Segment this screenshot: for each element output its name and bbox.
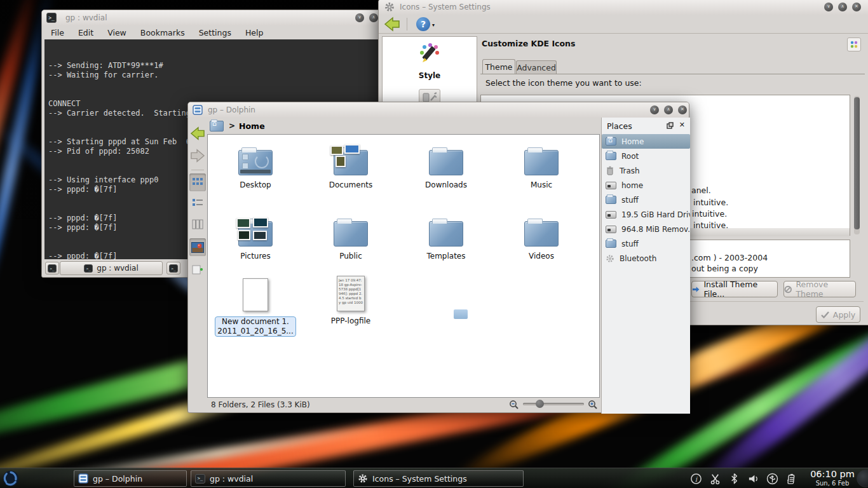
- maximize-button[interactable]: ∧: [664, 105, 673, 114]
- scrollbar[interactable]: [854, 96, 860, 234]
- split-view-button[interactable]: [189, 261, 206, 279]
- places-item-removable[interactable]: 964.8 MiB Remov...: [602, 222, 690, 236]
- folder-icon: [606, 240, 616, 248]
- tab-list-button[interactable]: >_: [166, 262, 180, 274]
- tab-advanced[interactable]: Advanced: [516, 60, 557, 74]
- places-header: Places: [607, 121, 632, 131]
- task-system-settings[interactable]: Icons – System Settings: [353, 470, 524, 487]
- konsole-menubar: File Edit View Bookmarks Settings Help: [42, 25, 387, 39]
- float-panel-icon[interactable]: [667, 122, 674, 129]
- file-item[interactable]: Documents: [310, 140, 391, 190]
- folder-icon: [606, 196, 616, 204]
- drive-icon: [606, 182, 616, 189]
- places-item-stuff[interactable]: stuff: [602, 193, 690, 207]
- home-folder-icon[interactable]: [210, 121, 224, 132]
- menu-file[interactable]: File: [51, 28, 64, 37]
- minimize-button[interactable]: ∨: [824, 3, 833, 11]
- places-item-hard-drive[interactable]: 19.5 GiB Hard Drive: [602, 207, 690, 222]
- bluetooth-icon[interactable]: [728, 473, 740, 485]
- clock[interactable]: 06:10 pm Sun, 6 Feb: [806, 469, 859, 487]
- menu-view[interactable]: View: [107, 28, 126, 37]
- window-title: gp : wvdial: [65, 13, 107, 22]
- theme-description-text: out being a copy: [691, 264, 758, 273]
- install-theme-button[interactable]: Install Theme File...: [691, 281, 778, 297]
- dolphin-titlebar[interactable]: gp – Dolphin ∨ ∧ ✕: [188, 102, 689, 118]
- menu-help[interactable]: Help: [245, 28, 264, 37]
- close-button[interactable]: ✕: [678, 105, 687, 114]
- preview-toggle-button[interactable]: [189, 238, 206, 256]
- sidebar-item-style[interactable]: Style: [383, 37, 477, 80]
- places-item-stuff-2[interactable]: stuff: [602, 236, 690, 251]
- task-dolphin[interactable]: gp – Dolphin: [74, 470, 187, 487]
- close-panel-icon[interactable]: ✕: [679, 121, 685, 129]
- file-item[interactable]: Desktop: [215, 140, 296, 190]
- forward-button[interactable]: [189, 147, 206, 165]
- file-item[interactable]: Videos: [501, 211, 582, 261]
- maximize-button[interactable]: ∧: [838, 3, 847, 11]
- zoom-in-icon[interactable]: [588, 400, 598, 410]
- breadcrumb-home[interactable]: Home: [239, 121, 265, 131]
- notifications-icon[interactable]: i: [690, 473, 702, 485]
- columns-view-button[interactable]: [189, 215, 206, 233]
- terminal-tab[interactable]: >_ gp : wvdial: [60, 261, 163, 275]
- file-item[interactable]: Downloads: [405, 140, 487, 190]
- menu-settings[interactable]: Settings: [199, 28, 231, 37]
- terminal-icon: >_: [48, 264, 57, 273]
- file-item[interactable]: Pictures: [215, 211, 296, 261]
- new-tab-button[interactable]: >_: [45, 262, 59, 274]
- help-button[interactable]: ?▾: [416, 17, 430, 31]
- launcher-icon[interactable]: [2, 470, 20, 487]
- checkmark-icon: [821, 311, 829, 318]
- places-item-root[interactable]: Root: [602, 149, 690, 163]
- theme-description-text: .com ) - 2003-2004: [691, 253, 768, 262]
- apply-button[interactable]: Apply: [816, 306, 860, 323]
- task-konsole[interactable]: >_ gp : wvdial: [191, 470, 346, 487]
- maximize-button[interactable]: ∧: [369, 13, 378, 22]
- places-item-bluetooth[interactable]: Bluetooth: [602, 251, 690, 266]
- klipper-scissors-icon[interactable]: [709, 473, 721, 485]
- dolphin-app-icon: [78, 473, 88, 484]
- usb-device-icon[interactable]: [766, 473, 778, 485]
- system-settings-titlebar[interactable]: Icons – System Settings ∨ ∧ ✕: [379, 0, 868, 15]
- battery-icon[interactable]: [785, 473, 797, 485]
- zoom-out-icon[interactable]: [509, 400, 519, 410]
- file-item-selected[interactable]: New document 1. 2011_01_20_16_5...: [215, 272, 296, 337]
- breadcrumb: > Home: [207, 118, 265, 134]
- icons-view-button[interactable]: [189, 173, 206, 191]
- page-title: Customize KDE Icons: [482, 39, 575, 48]
- close-button[interactable]: ✕: [852, 3, 861, 11]
- zoom-slider-handle[interactable]: [536, 400, 544, 408]
- minimize-button[interactable]: ∨: [650, 105, 659, 114]
- arrow-right-icon: [692, 285, 700, 294]
- volume-icon[interactable]: [747, 473, 759, 485]
- konsole-titlebar[interactable]: >_ gp : wvdial ∨ ∧ ✕: [42, 10, 387, 25]
- zoom-slider[interactable]: [523, 403, 584, 405]
- status-text: 8 Folders, 2 Files (3.3 KiB): [211, 400, 310, 409]
- remove-theme-button[interactable]: Remove Theme: [783, 281, 856, 297]
- places-item-trash[interactable]: Trash: [602, 163, 690, 178]
- places-item-home[interactable]: Home: [602, 134, 690, 149]
- taskbar: gp – Dolphin >_ gp : wvdial Icons – Syst…: [0, 468, 868, 488]
- file-item[interactable]: Public: [310, 211, 391, 261]
- file-item[interactable]: Music: [501, 140, 582, 190]
- overview-button[interactable]: [847, 37, 861, 51]
- file-item[interactable]: Templates: [405, 211, 487, 261]
- places-item-home-partition[interactable]: home: [602, 178, 690, 193]
- remove-icon: [784, 285, 792, 294]
- terminal-icon: >_: [84, 264, 93, 273]
- back-button[interactable]: [384, 17, 400, 32]
- menu-edit[interactable]: Edit: [78, 28, 93, 37]
- back-button[interactable]: [189, 125, 206, 142]
- minimize-button[interactable]: ∨: [355, 13, 364, 22]
- text-preview-icon: Jan 17 09:47:18 gp-Aspire-5738 pppd[1946…: [337, 276, 365, 311]
- file-view[interactable]: Desktop Documents Downloads Music: [207, 134, 600, 398]
- icon-theme-prompt: Select the icon theme you want to use:: [485, 78, 642, 88]
- system-settings-toolbar: ?▾: [379, 15, 868, 34]
- gear-icon: [384, 2, 395, 12]
- tab-theme[interactable]: Theme: [482, 59, 515, 74]
- window-title: gp – Dolphin: [208, 105, 255, 114]
- menu-bookmarks[interactable]: Bookmarks: [140, 28, 185, 37]
- columns-view-icon: [192, 219, 203, 229]
- file-item[interactable]: Jan 17 09:47:18 gp-Aspire-5738 pppd[1946…: [310, 272, 391, 326]
- details-view-button[interactable]: [189, 194, 206, 212]
